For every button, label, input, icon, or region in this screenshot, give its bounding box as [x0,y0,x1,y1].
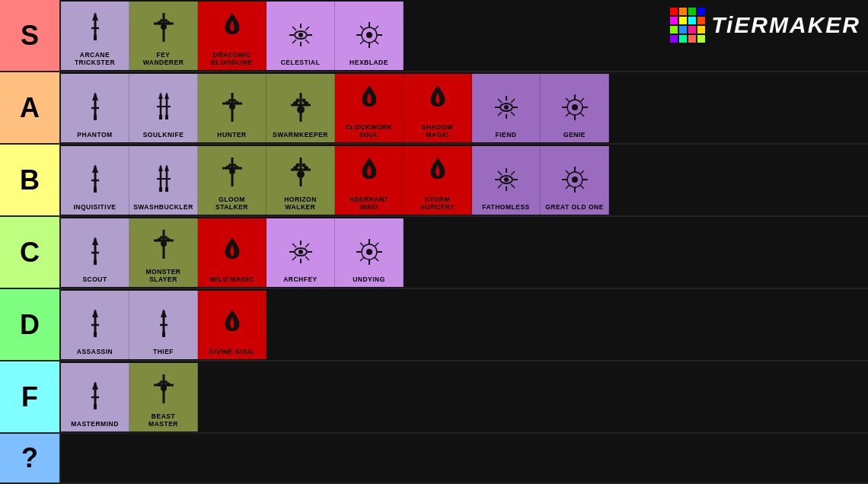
svg-point-172 [164,381,168,384]
main-container: TiERMAKER S ARCANETRICK [0,0,868,484]
svg-point-49 [233,99,236,102]
svg-line-65 [498,112,502,116]
svg-point-132 [160,236,163,239]
svg-point-135 [298,250,303,254]
item-great-old-one[interactable]: GREAT OLD ONE [541,146,609,215]
tier-row-d: D ASSASSIN THIEF [0,289,868,361]
svg-marker-1 [92,12,98,21]
item-celestial[interactable]: CELESTIAL [266,2,335,70]
item-name: SOULKNIFE [143,131,184,139]
item-soulknife[interactable]: SOULKNIFE [129,74,198,142]
item-name: DRACONICBLOODLINE [211,51,253,66]
svg-marker-82 [158,164,163,171]
svg-line-152 [375,257,378,261]
svg-line-119 [580,170,584,174]
item-name: GREAT OLD ONE [545,203,604,211]
dagger-icon [78,162,113,202]
item-name: SWARMKEEPER [273,131,328,139]
svg-line-120 [566,185,570,189]
eye-rays-icon [489,90,524,129]
item-undying[interactable]: UNDYING [335,218,404,287]
eye-rays2-icon [557,90,592,129]
item-hunter[interactable]: HUNTER [198,74,266,142]
item-beast-master[interactable]: BEASTMASTER [129,363,198,431]
svg-marker-159 [161,309,167,317]
item-horizon-walker[interactable]: HORIZONWALKER [266,146,335,215]
item-monster-slayer[interactable]: MONSTERSLAYER [129,218,198,287]
svg-rect-88 [165,187,168,192]
item-fathomless[interactable]: FATHOMLESS [472,146,541,215]
item-name: CLOCKWORKSOUL [346,123,393,139]
item-inquisitive[interactable]: INQUISITIVE [61,146,129,215]
item-storm-sorcery[interactable]: STORMSORCERY [404,146,472,215]
svg-point-21 [366,32,372,38]
item-mastermind[interactable]: MASTERMIND [61,363,129,431]
item-divine-soul[interactable]: DIVINE SOUL [198,291,266,359]
item-shadow-magic[interactable]: SHADOWMAGIC [404,74,472,142]
cross-paw-icon [146,227,181,266]
item-name: ARCANETRICKSTER [75,51,115,66]
item-phantom[interactable]: PHANTOM [61,74,129,142]
item-arcane-trickster[interactable]: ARCANETRICKSTER [61,2,129,70]
item-assassin[interactable]: ASSASSIN [61,291,129,359]
item-clockwork-soul[interactable]: CLOCKWORKSOUL [335,74,404,142]
item-scout[interactable]: SCOUT [61,218,129,287]
svg-point-144 [366,249,372,255]
dagger-double-icon [146,90,181,129]
tier-label-s: S [0,0,61,71]
cross-paw-icon [215,154,250,194]
svg-marker-36 [158,92,163,99]
item-name: MONSTERSLAYER [146,268,181,283]
item-genie[interactable]: GENIE [541,74,609,142]
svg-line-27 [375,26,378,30]
item-name: GLOOMSTALKER [215,196,248,211]
item-archfey[interactable]: ARCHFEY [266,218,335,287]
item-hexblade[interactable]: HEXBLADE [335,2,404,70]
svg-line-72 [566,98,570,102]
item-fey-wanderer[interactable]: FEYWANDERER [129,2,198,70]
svg-point-45 [229,103,235,110]
svg-line-143 [305,256,309,260]
logo-text: TiERMAKER [711,12,860,38]
svg-point-91 [229,168,235,174]
flame-icon [352,82,387,122]
item-draconic-bloodline[interactable]: DRACONICBLOODLINE [198,2,266,70]
svg-point-67 [572,104,578,110]
cross-paw-icon [146,371,181,411]
item-thief[interactable]: THIEF [129,291,198,359]
svg-marker-155 [92,309,98,317]
tier-items-a: PHANTOM [61,72,868,143]
item-name: ARCHFEY [283,275,318,283]
item-name: CELESTIAL [281,59,321,66]
svg-point-52 [297,106,305,113]
item-aberrant-mind[interactable]: ABERRANTMIND [335,146,404,215]
svg-point-168 [161,385,167,391]
tier-items-c: SCOUT MONSTERSLAYE [61,217,868,288]
item-name: ABERRANTMIND [349,196,389,211]
item-name: UNDYING [353,275,385,283]
svg-point-104 [504,177,509,182]
item-name: WILD MAGIC [210,275,254,283]
tier-label-q: ? [0,434,61,482]
dagger-icon [78,10,113,49]
item-name: PHANTOM [77,131,112,139]
item-gloom-stalker[interactable]: GLOOMSTALKER [198,146,266,215]
svg-line-20 [305,40,309,43]
svg-point-171 [160,381,163,384]
item-swarmkeeper[interactable]: SWARMKEEPER [266,74,335,142]
tier-label-c: C [0,217,61,288]
item-swashbuckler[interactable]: SWASHBUCKLER [129,146,198,215]
item-name: FIEND [496,131,517,139]
cross-paw2-icon [283,154,318,194]
eye-rays-icon [283,18,318,57]
svg-line-151 [360,257,364,261]
tier-list: S ARCANETRICKSTER [0,0,868,484]
item-fiend[interactable]: FIEND [472,74,541,142]
svg-point-58 [504,105,509,110]
item-name: DIVINE SOUL [209,348,255,355]
svg-point-113 [572,177,578,183]
eye-rays-icon [489,162,524,202]
svg-point-98 [297,170,305,178]
svg-line-111 [498,184,502,188]
item-wild-magic[interactable]: WILD MAGIC [198,218,266,287]
